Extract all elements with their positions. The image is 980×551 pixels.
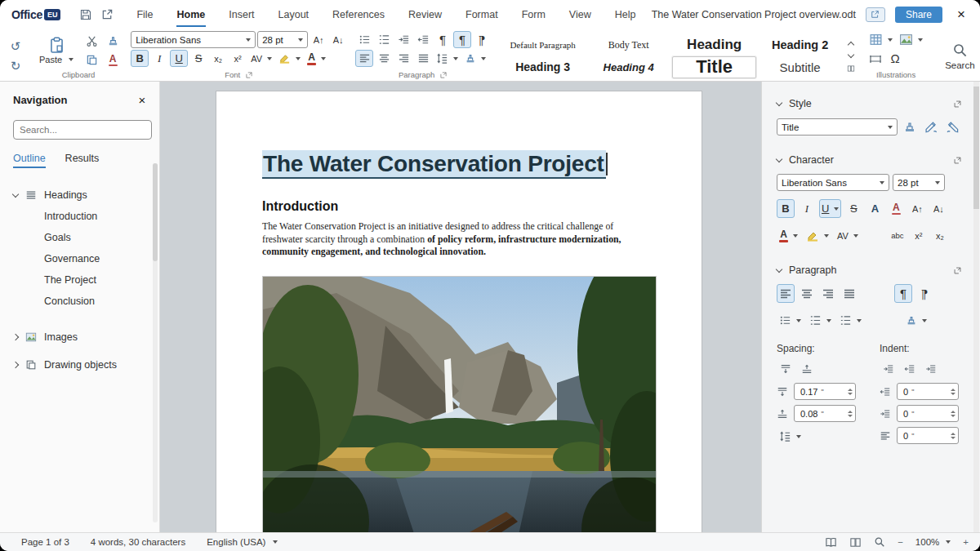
navigation-scrollbar[interactable] [153, 163, 158, 522]
tree-item-the-project[interactable]: The Project [13, 269, 151, 291]
char-spacing-dropdown[interactable]: AV [248, 50, 274, 67]
sidebar-ltr-icon[interactable]: ¶ [894, 284, 912, 303]
menu-view[interactable]: View [568, 2, 592, 27]
indent-before-spinner[interactable]: 0" [897, 383, 959, 400]
sidebar-subscript-button[interactable]: x₂ [931, 226, 949, 245]
special-character-icon[interactable]: Ω [886, 50, 904, 67]
menu-insert[interactable]: Insert [228, 2, 255, 27]
sidebar-align-center-icon[interactable] [798, 284, 816, 303]
increase-spacing-icon[interactable] [777, 359, 795, 378]
indent-decrease-icon[interactable] [901, 359, 919, 378]
document-photo[interactable] [262, 276, 657, 532]
decrease-spacing-icon[interactable] [798, 359, 816, 378]
underline-button[interactable]: U [170, 50, 188, 67]
sidebar-justify-icon[interactable] [840, 284, 858, 303]
ltr-direction-icon[interactable]: ¶ [453, 31, 471, 48]
insert-table-dropdown[interactable] [866, 31, 895, 48]
align-center-icon[interactable] [375, 50, 393, 67]
document-heading-title[interactable]: The Water Conservation Project [262, 150, 606, 179]
tree-item-introduction[interactable]: Introduction [13, 206, 151, 227]
paste-button[interactable]: Paste [34, 35, 78, 65]
line-spacing-dropdown[interactable] [434, 50, 461, 67]
paste-dropdown-icon[interactable] [69, 58, 74, 61]
sidebar-align-right-icon[interactable] [819, 284, 837, 303]
new-style-icon[interactable] [943, 118, 962, 136]
sidebar-highlight-dropdown[interactable] [804, 226, 831, 245]
sidebar-line-spacing-dropdown[interactable] [777, 427, 804, 446]
document-page[interactable]: The Water Conservation Project Introduct… [216, 91, 702, 532]
search-button[interactable]: Search [933, 31, 980, 81]
sidebar-numbering-dropdown[interactable] [807, 311, 834, 330]
sidebar-scrollbar[interactable] [973, 82, 979, 532]
menu-layout[interactable]: Layout [278, 2, 310, 27]
zoom-dialog-icon[interactable] [874, 536, 885, 548]
zoom-out-icon[interactable]: − [898, 537, 903, 547]
pop-out-icon[interactable] [866, 7, 885, 22]
indent-after-spinner[interactable]: 0" [897, 405, 959, 422]
sidebar-outline-numbering-dropdown[interactable] [837, 311, 864, 330]
sidebar-superscript-button[interactable]: x² [910, 226, 928, 245]
clone-formatting-icon[interactable] [901, 118, 919, 136]
menu-home[interactable]: Home [176, 2, 207, 27]
sidebar-underline-dropdown[interactable]: U [819, 199, 841, 218]
character-section-collapse-icon[interactable] [776, 155, 782, 162]
navigation-close-icon[interactable]: × [133, 93, 151, 107]
document-section-heading[interactable]: Introduction [262, 199, 657, 214]
font-dialog-launcher-icon[interactable] [245, 71, 253, 79]
menu-file[interactable]: File [136, 2, 154, 27]
zoom-in-icon[interactable]: + [963, 537, 969, 547]
undo-icon[interactable]: ↺ [7, 38, 24, 55]
sidebar-strikethrough-button[interactable]: S [844, 199, 862, 218]
tree-item-goals[interactable]: Goals [13, 227, 151, 248]
tree-item-conclusion[interactable]: Conclusion [13, 291, 151, 312]
redo-icon[interactable]: ↻ [7, 58, 24, 74]
sidebar-paragraph-background-dropdown[interactable] [903, 311, 929, 330]
menu-references[interactable]: References [332, 2, 385, 27]
update-style-icon[interactable] [922, 118, 941, 136]
sidebar-char-spacing-dropdown[interactable]: AV [835, 226, 861, 245]
menu-help[interactable]: Help [614, 2, 637, 27]
style-heading-3[interactable]: Heading 3 [501, 56, 585, 78]
sidebar-bold-button[interactable]: B [777, 199, 795, 218]
chevron-down-icon[interactable] [12, 190, 19, 197]
hanging-indent-icon[interactable] [922, 359, 940, 378]
document-paragraph[interactable]: The Water Conservation Project is an ini… [262, 220, 635, 259]
word-count[interactable]: 4 words, 30 characters [91, 537, 185, 547]
paragraph-sb-dialog-launcher-icon[interactable] [953, 266, 962, 275]
zoom-level[interactable]: 100% [915, 537, 951, 547]
close-icon[interactable]: × [952, 7, 970, 23]
sidebar-shrink-font-icon[interactable]: A↓ [929, 199, 947, 218]
bold-button[interactable]: B [131, 50, 149, 67]
style-dialog-launcher-icon[interactable] [953, 100, 962, 109]
share-button[interactable]: Share [895, 7, 942, 23]
language-selector[interactable]: English (USA) [207, 537, 278, 547]
strikethrough-button[interactable]: S [189, 50, 207, 67]
italic-button[interactable]: I [150, 50, 168, 67]
menu-format[interactable]: Format [465, 2, 499, 27]
paragraph-style-combo[interactable]: Title [777, 118, 898, 136]
tab-results[interactable]: Results [65, 153, 100, 168]
style-body-text[interactable]: Body Text [586, 34, 670, 56]
styles-scroll-down-icon[interactable] [844, 51, 858, 62]
formatting-marks-icon[interactable]: ¶ [434, 31, 452, 48]
paragraph-background-dropdown[interactable] [462, 50, 488, 67]
paragraph-dialog-launcher-icon[interactable] [439, 71, 448, 79]
highlight-color-dropdown[interactable] [276, 50, 303, 67]
rtl-direction-icon[interactable]: ¶ [473, 31, 491, 48]
multipage-view-icon[interactable] [849, 536, 862, 549]
insert-image-dropdown[interactable] [897, 31, 925, 48]
align-left-icon[interactable] [355, 50, 373, 67]
numbering-icon[interactable] [375, 31, 393, 48]
style-title[interactable]: Title [672, 56, 756, 78]
sidebar-font-name-combo[interactable]: Liberation Sans [777, 174, 889, 191]
clone-formatting-icon[interactable] [103, 33, 122, 50]
first-line-indent-spinner[interactable]: 0" [897, 427, 959, 444]
decrease-indent-icon[interactable] [414, 31, 432, 48]
insert-frame-icon[interactable] [866, 50, 884, 67]
character-dialog-launcher-icon[interactable] [953, 156, 962, 165]
sidebar-align-left-icon[interactable] [777, 284, 795, 303]
increase-indent-icon[interactable] [394, 31, 412, 48]
save-icon[interactable] [75, 6, 96, 24]
book-view-icon[interactable] [825, 536, 837, 549]
document-workspace[interactable]: The Water Conservation Project Introduct… [160, 82, 761, 532]
